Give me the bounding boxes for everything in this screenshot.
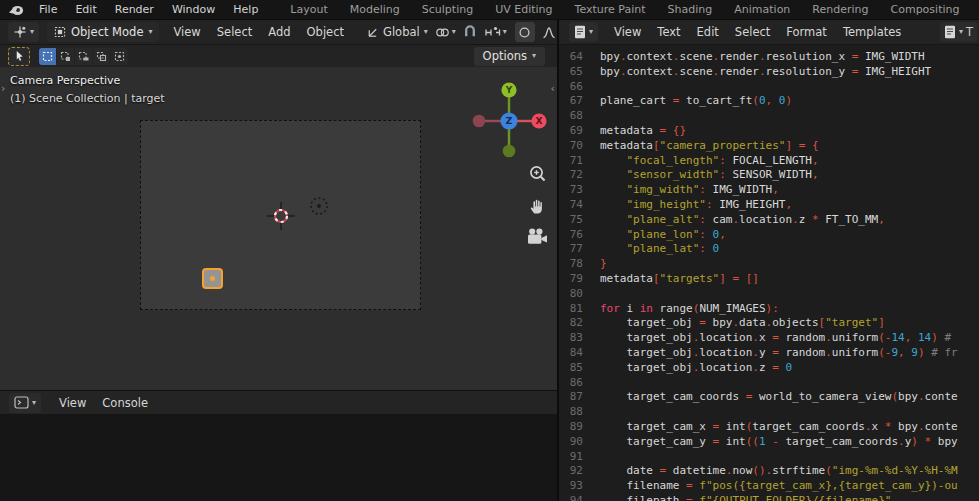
console-menu-view[interactable]: View: [51, 396, 94, 410]
zoom-button[interactable]: [528, 164, 548, 184]
select-mode-subtract-button[interactable]: [75, 48, 92, 65]
code-line[interactable]: 87 target_cam_coords = world_to_camera_v…: [559, 390, 979, 405]
active-tool-tweak-button[interactable]: [8, 47, 30, 66]
text-menu-view[interactable]: View: [606, 25, 649, 39]
code-line[interactable]: 77 "plane_lat": 0: [559, 242, 979, 257]
console-body[interactable]: [0, 414, 557, 501]
code-line[interactable]: 82 target_obj = bpy.data.objects["target…: [559, 316, 979, 331]
code-line[interactable]: 65bpy.context.scene.render.resolution_y …: [559, 65, 979, 80]
code-line[interactable]: 90 target_cam_y = int((1 - target_cam_co…: [559, 435, 979, 450]
code-editor[interactable]: 64bpy.context.scene.render.resolution_x …: [559, 45, 979, 501]
menu-window[interactable]: Window: [163, 3, 224, 16]
workspace-tab-uv-editing[interactable]: UV Editing: [484, 3, 563, 16]
select-mode-invert-button[interactable]: [93, 48, 110, 65]
code-line[interactable]: 92 date = datetime.now().strftime("img-%…: [559, 464, 979, 479]
console-menu-console[interactable]: Console: [94, 396, 156, 410]
code-line[interactable]: 68: [559, 109, 979, 124]
text-menu-templates[interactable]: Templates: [835, 25, 909, 39]
snap-target-dropdown[interactable]: ▾: [484, 26, 507, 38]
code-line[interactable]: 84 target_obj.location.y = random.unifor…: [559, 346, 979, 361]
pivot-point-dropdown[interactable]: ▾: [435, 26, 456, 39]
code-line[interactable]: 91: [559, 450, 979, 465]
sidebar-toggle-icon[interactable]: ‹: [551, 82, 555, 95]
select-mode-new-button[interactable]: [39, 48, 56, 65]
proportional-falloff-dropdown[interactable]: [542, 26, 556, 39]
menu-render[interactable]: Render: [106, 3, 163, 16]
transform-orientation-dropdown[interactable]: Global ▾: [366, 25, 428, 39]
viewport-menu-add[interactable]: Add: [260, 25, 298, 39]
code-line[interactable]: 66: [559, 80, 979, 95]
menu-help[interactable]: Help: [224, 3, 267, 16]
code-line[interactable]: 78}: [559, 257, 979, 272]
workspace-tab-shading[interactable]: Shading: [657, 3, 724, 16]
hand-icon: [528, 196, 548, 216]
workspace-tab-modeling[interactable]: Modeling: [339, 3, 411, 16]
code-line[interactable]: 79metadata["targets"] = []: [559, 272, 979, 287]
pan-button[interactable]: [528, 196, 548, 216]
code-line[interactable]: 80: [559, 287, 979, 302]
code-line[interactable]: 76 "plane_lon": 0,: [559, 228, 979, 243]
object-mode-dropdown[interactable]: Object Mode ▾: [47, 22, 159, 42]
code-line[interactable]: 69metadata = {}: [559, 124, 979, 139]
code-line[interactable]: 93 filename = f"pos({target_cam_x},{targ…: [559, 479, 979, 494]
code-line[interactable]: 86: [559, 376, 979, 391]
viewport-menu-object[interactable]: Object: [299, 25, 352, 39]
console-editor-type-button[interactable]: ▾: [9, 393, 41, 413]
select-mode-invert-icon: [96, 51, 107, 62]
options-dropdown[interactable]: Options ▾: [474, 47, 545, 66]
navigation-gizmo[interactable]: Y X Z: [469, 81, 549, 165]
snap-increment-icon: [484, 26, 501, 38]
blender-window: File Edit Render Window Help Layout Mode…: [0, 0, 979, 501]
code-line[interactable]: 81for i in range(NUM_IMAGES):: [559, 302, 979, 317]
workspace-tab-animation[interactable]: Animation: [723, 3, 801, 16]
menu-file[interactable]: File: [30, 3, 66, 16]
viewport-3d[interactable]: Camera Perspective (1) Scene Collection …: [0, 67, 557, 390]
cursor-arrow-icon: [14, 50, 25, 62]
workspace-tab-texture-paint[interactable]: Texture Paint: [564, 3, 657, 16]
falloff-curve-icon: [542, 26, 556, 39]
code-line[interactable]: 70metadata["camera_properties"] = {: [559, 139, 979, 154]
viewport-editor-type-button[interactable]: ▾: [8, 22, 39, 42]
workspace-tab-rendering[interactable]: Rendering: [801, 3, 879, 16]
workspace-tabs: Layout Modeling Sculpting UV Editing Tex…: [279, 3, 979, 16]
blender-logo-icon[interactable]: [8, 3, 24, 17]
target-object[interactable]: [202, 268, 223, 289]
toolbar-toggle-icon[interactable]: ›: [1, 82, 5, 95]
snap-toggle-button[interactable]: [463, 25, 477, 39]
code-line[interactable]: 89 target_cam_x = int(target_cam_coords.…: [559, 420, 979, 435]
line-number: 84: [559, 346, 592, 361]
viewport-menu-select[interactable]: Select: [209, 25, 260, 39]
select-mode-extend-button[interactable]: [57, 48, 74, 65]
workspace-tab-geometry-nodes[interactable]: Geometry Nodes: [970, 3, 979, 16]
code-line[interactable]: 88: [559, 405, 979, 420]
editor-type-3d-viewport-icon: [13, 25, 27, 39]
line-number: 66: [559, 80, 592, 95]
code-line[interactable]: 72 "sensor_width": SENSOR_WIDTH,: [559, 168, 979, 183]
text-menu-format[interactable]: Format: [778, 25, 835, 39]
workspace-tab-compositing[interactable]: Compositing: [880, 3, 971, 16]
text-editor-type-button[interactable]: ▾: [569, 22, 598, 42]
code-line[interactable]: 83 target_obj.location.x = random.unifor…: [559, 331, 979, 346]
workspace-tab-layout[interactable]: Layout: [279, 3, 338, 16]
camera-view-button[interactable]: [526, 227, 549, 246]
text-menu-edit[interactable]: Edit: [689, 25, 727, 39]
code-lines: 64bpy.context.scene.render.resolution_x …: [559, 50, 979, 501]
light-object[interactable]: [308, 195, 330, 221]
line-number: 67: [559, 94, 592, 109]
proportional-editing-button[interactable]: [515, 22, 535, 42]
menu-edit[interactable]: Edit: [66, 3, 105, 16]
workspace-tab-sculpting[interactable]: Sculpting: [411, 3, 484, 16]
code-line[interactable]: 71 "focal_length": FOCAL_LENGTH,: [559, 154, 979, 169]
code-line[interactable]: 74 "img_height": IMG_HEIGHT,: [559, 198, 979, 213]
code-line[interactable]: 64bpy.context.scene.render.resolution_x …: [559, 50, 979, 65]
code-line[interactable]: 73 "img_width": IMG_WIDTH,: [559, 183, 979, 198]
viewport-menu-view[interactable]: View: [165, 25, 208, 39]
text-datablock-selector[interactable]: ▾ T: [940, 22, 977, 42]
text-menu-select[interactable]: Select: [727, 25, 778, 39]
text-menu-text[interactable]: Text: [649, 25, 688, 39]
code-line[interactable]: 85 target_obj.location.z = 0: [559, 361, 979, 376]
select-mode-intersect-button[interactable]: [111, 48, 128, 65]
code-line[interactable]: 67plane_cart = to_cart_ft(0, 0): [559, 94, 979, 109]
code-line[interactable]: 94 filepath = f"{OUTPUT_FOLDER}/{filenam…: [559, 494, 979, 501]
code-line[interactable]: 75 "plane_alt": cam.location.z * FT_TO_M…: [559, 213, 979, 228]
